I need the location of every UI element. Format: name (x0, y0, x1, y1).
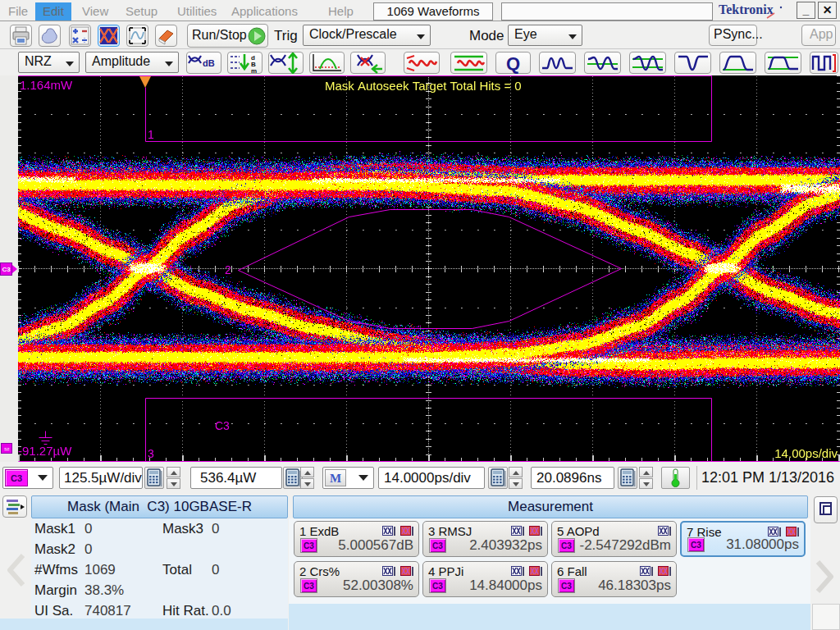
svg-text:m: m (251, 67, 257, 74)
svg-text:Tektronix: Tektronix (719, 2, 774, 16)
svg-text:Q: Q (506, 53, 520, 74)
svg-text:dB: dB (203, 58, 215, 68)
